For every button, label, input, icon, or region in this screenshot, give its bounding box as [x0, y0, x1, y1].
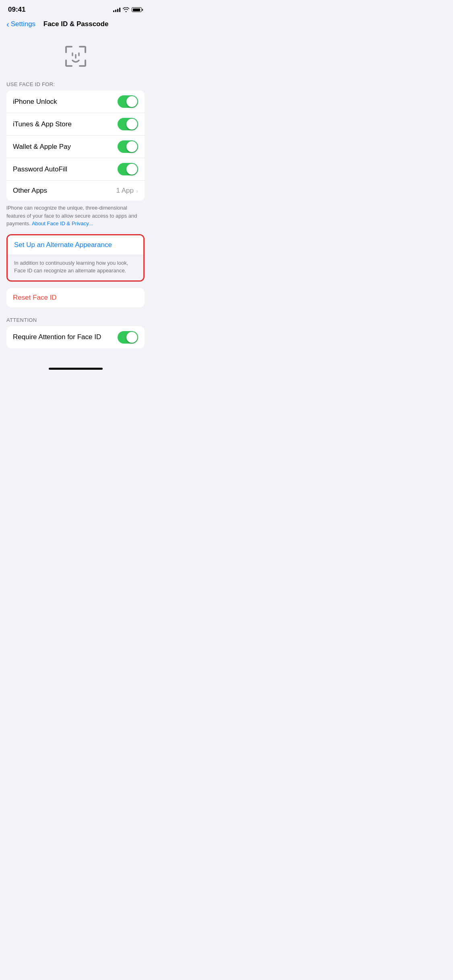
other-apps-chevron-icon: › [136, 187, 138, 194]
reset-face-id-button[interactable]: Reset Face ID [6, 288, 145, 307]
battery-icon [132, 7, 143, 12]
use-face-id-header: USE FACE ID FOR: [0, 81, 151, 91]
about-face-id-link[interactable]: About Face ID & Privacy... [32, 220, 93, 226]
back-button[interactable]: ‹ Settings [6, 20, 35, 28]
home-indicator [0, 364, 151, 371]
iphone-unlock-toggle[interactable] [118, 95, 138, 108]
other-apps-row[interactable]: Other Apps 1 App › [6, 181, 145, 201]
wifi-icon [123, 7, 129, 12]
itunes-toggle[interactable] [118, 118, 138, 130]
require-attention-label: Require Attention for Face ID [13, 333, 101, 341]
back-chevron-icon: ‹ [6, 20, 9, 28]
home-bar [49, 368, 103, 370]
reset-face-id-card: Reset Face ID [6, 288, 145, 307]
require-attention-row[interactable]: Require Attention for Face ID [6, 326, 145, 348]
alternate-appearance-card: Set Up an Alternate Appearance In additi… [6, 234, 145, 282]
itunes-row[interactable]: iTunes & App Store [6, 113, 145, 136]
itunes-label: iTunes & App Store [13, 120, 72, 128]
other-apps-label: Other Apps [13, 187, 47, 195]
status-time: 09:41 [8, 6, 25, 14]
alternate-appearance-description: In addition to continuously learning how… [8, 255, 143, 280]
set-up-alternate-appearance-button[interactable]: Set Up an Alternate Appearance [8, 235, 143, 255]
face-id-options-card: iPhone Unlock iTunes & App Store Wallet … [6, 91, 145, 201]
attention-header: ATTENTION [0, 317, 151, 326]
password-autofill-row[interactable]: Password AutoFill [6, 158, 145, 181]
face-id-icon [62, 43, 89, 70]
require-attention-toggle[interactable] [118, 331, 138, 344]
face-id-icon-container [0, 33, 151, 81]
face-id-description: iPhone can recognize the unique, three-d… [0, 201, 151, 234]
password-autofill-label: Password AutoFill [13, 165, 67, 173]
wallet-label: Wallet & Apple Pay [13, 143, 71, 151]
nav-bar: ‹ Settings Face ID & Passcode [0, 17, 151, 33]
wallet-toggle[interactable] [118, 140, 138, 153]
status-icons [113, 7, 143, 12]
iphone-unlock-label: iPhone Unlock [13, 98, 57, 106]
status-bar: 09:41 [0, 0, 151, 17]
back-label: Settings [11, 20, 35, 28]
attention-section: ATTENTION Require Attention for Face ID [0, 317, 151, 348]
attention-card: Require Attention for Face ID [6, 326, 145, 348]
other-apps-value: 1 App [116, 187, 134, 195]
password-autofill-toggle[interactable] [118, 163, 138, 175]
page-title: Face ID & Passcode [35, 20, 116, 28]
wallet-row[interactable]: Wallet & Apple Pay [6, 136, 145, 158]
signal-icon [113, 7, 120, 12]
iphone-unlock-row[interactable]: iPhone Unlock [6, 91, 145, 113]
other-apps-right: 1 App › [116, 187, 139, 195]
